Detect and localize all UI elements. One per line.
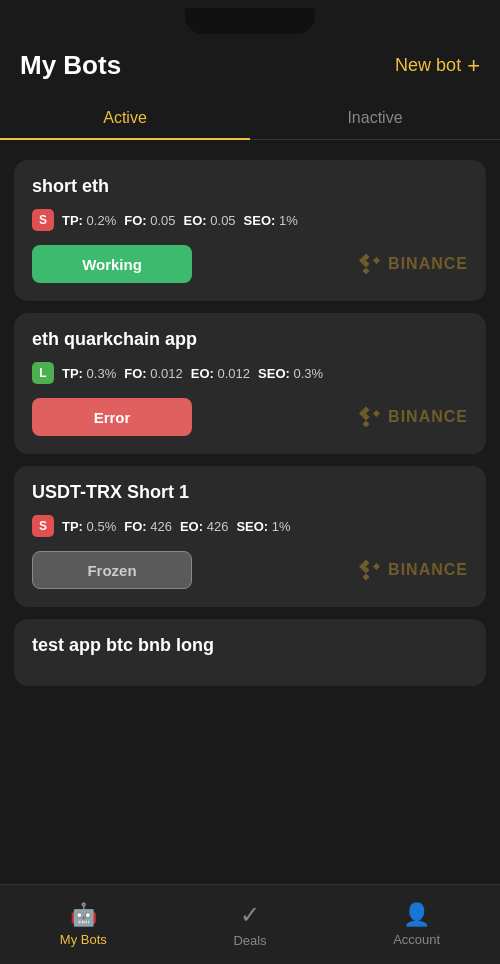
svg-marker-14 — [363, 574, 370, 581]
nav-deals[interactable]: ✓ Deals — [167, 893, 334, 956]
page-title: My Bots — [20, 50, 121, 81]
binance-name-2: BINANCE — [388, 408, 468, 426]
nav-my-bots[interactable]: 🤖 My Bots — [0, 894, 167, 955]
bot-status-button-1[interactable]: Working — [32, 245, 192, 283]
person-icon: 👤 — [403, 902, 430, 928]
binance-name-3: BINANCE — [388, 561, 468, 579]
bot-params-2: L TP: 0.3% FO: 0.012 EO: 0.012 SEO: 0.3% — [32, 362, 468, 384]
tabs-bar: Active Inactive — [0, 97, 500, 140]
bot-tp-3: TP: 0.5% — [62, 519, 116, 534]
nav-account-label: Account — [393, 932, 440, 947]
svg-marker-12 — [373, 563, 380, 570]
bot-eo-1: EO: 0.05 — [184, 213, 236, 228]
new-bot-button[interactable]: New bot + — [395, 53, 480, 79]
svg-marker-9 — [363, 421, 370, 428]
bot-name-1: short eth — [32, 176, 468, 197]
bottom-nav: 🤖 My Bots ✓ Deals 👤 Account — [0, 884, 500, 964]
bot-footer-3: Frozen BINANCE — [32, 551, 468, 589]
bot-seo-3: SEO: 1% — [236, 519, 290, 534]
bot-card-4[interactable]: test app btc bnb long — [14, 619, 486, 686]
bots-list: short eth S TP: 0.2% FO: 0.05 EO: 0.05 S… — [0, 152, 500, 776]
notch — [185, 8, 315, 34]
plus-icon: + — [467, 53, 480, 79]
bot-card-3[interactable]: USDT-TRX Short 1 S TP: 0.5% FO: 426 EO: … — [14, 466, 486, 607]
bot-tp-2: TP: 0.3% — [62, 366, 116, 381]
bot-type-badge-1: S — [32, 209, 54, 231]
bot-seo-2: SEO: 0.3% — [258, 366, 323, 381]
bot-fo-2: FO: 0.012 — [124, 366, 183, 381]
nav-deals-label: Deals — [233, 933, 266, 948]
bot-type-badge-2: L — [32, 362, 54, 384]
binance-logo-3: BINANCE — [352, 556, 468, 584]
bot-status-button-3[interactable]: Frozen — [32, 551, 192, 589]
nav-account[interactable]: 👤 Account — [333, 894, 500, 955]
bot-seo-1: SEO: 1% — [244, 213, 298, 228]
nav-my-bots-label: My Bots — [60, 932, 107, 947]
bot-fo-3: FO: 426 — [124, 519, 172, 534]
binance-logo-2: BINANCE — [352, 403, 468, 431]
check-icon: ✓ — [240, 901, 260, 929]
header: My Bots New bot + — [0, 40, 500, 97]
svg-marker-4 — [363, 268, 370, 275]
bot-fo-1: FO: 0.05 — [124, 213, 175, 228]
robot-icon: 🤖 — [70, 902, 97, 928]
new-bot-label: New bot — [395, 55, 461, 76]
binance-name-1: BINANCE — [388, 255, 468, 273]
bot-status-button-2[interactable]: Error — [32, 398, 192, 436]
bot-name-3: USDT-TRX Short 1 — [32, 482, 468, 503]
notch-bar — [0, 0, 500, 40]
bot-name-4: test app btc bnb long — [32, 635, 468, 656]
bot-card-2[interactable]: eth quarkchain app L TP: 0.3% FO: 0.012 … — [14, 313, 486, 454]
binance-logo-1: BINANCE — [352, 250, 468, 278]
bot-name-2: eth quarkchain app — [32, 329, 468, 350]
tab-inactive[interactable]: Inactive — [250, 97, 500, 139]
bot-eo-3: EO: 426 — [180, 519, 228, 534]
bot-type-badge-3: S — [32, 515, 54, 537]
svg-marker-2 — [373, 257, 380, 264]
bot-eo-2: EO: 0.012 — [191, 366, 250, 381]
tab-active[interactable]: Active — [0, 97, 250, 139]
bot-footer-2: Error BINANCE — [32, 398, 468, 436]
bot-card-1[interactable]: short eth S TP: 0.2% FO: 0.05 EO: 0.05 S… — [14, 160, 486, 301]
bot-footer-1: Working BINANCE — [32, 245, 468, 283]
svg-marker-7 — [373, 410, 380, 417]
bot-params-1: S TP: 0.2% FO: 0.05 EO: 0.05 SEO: 1% — [32, 209, 468, 231]
bot-params-3: S TP: 0.5% FO: 426 EO: 426 SEO: 1% — [32, 515, 468, 537]
bot-tp-1: TP: 0.2% — [62, 213, 116, 228]
